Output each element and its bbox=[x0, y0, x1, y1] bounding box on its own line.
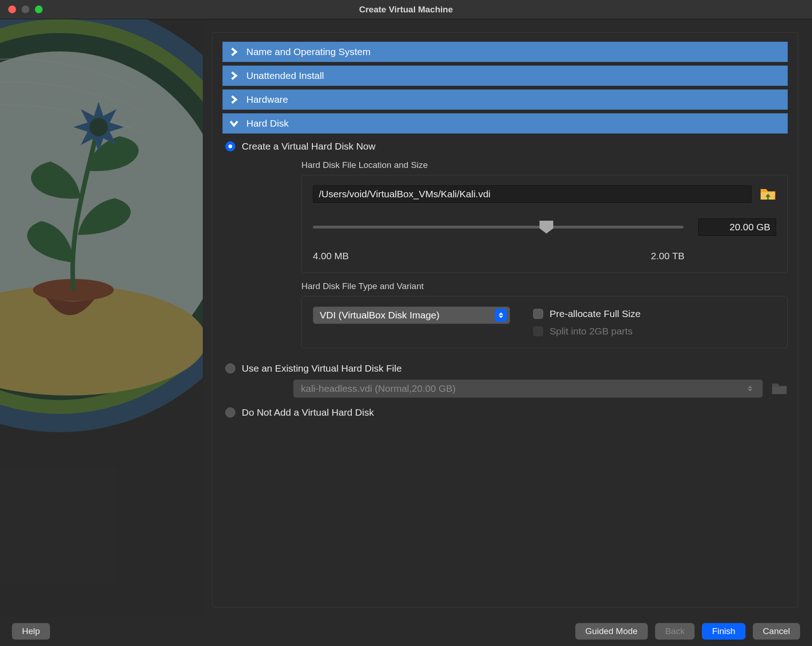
section-label: Hard Disk bbox=[246, 118, 289, 129]
window-title: Create Virtual Machine bbox=[0, 5, 812, 15]
checkbox-split-label: Split into 2GB parts bbox=[550, 326, 633, 337]
section-name-os[interactable]: Name and Operating System bbox=[222, 42, 788, 62]
section-label: Name and Operating System bbox=[246, 46, 371, 57]
group-type-variant: VDI (VirtualBox Disk Image) Pre-allocate… bbox=[301, 296, 788, 348]
slider-min-label: 4.00 MB bbox=[313, 251, 349, 262]
updown-icon bbox=[748, 386, 758, 391]
disk-path-input[interactable] bbox=[313, 185, 751, 203]
cancel-button[interactable]: Cancel bbox=[753, 623, 800, 640]
section-hard-disk[interactable]: Hard Disk bbox=[222, 113, 788, 134]
radio-no-disk[interactable] bbox=[225, 407, 235, 418]
section-label: Hardware bbox=[246, 94, 288, 105]
chevron-right-icon bbox=[230, 72, 238, 80]
window-controls bbox=[0, 6, 43, 13]
guided-mode-button[interactable]: Guided Mode bbox=[575, 623, 648, 640]
radio-no-disk-label: Do Not Add a Virtual Hard Disk bbox=[242, 407, 374, 418]
close-window-button[interactable] bbox=[8, 6, 16, 13]
disk-size-slider[interactable] bbox=[313, 226, 684, 228]
zoom-window-button[interactable] bbox=[35, 6, 43, 13]
wizard-illustration bbox=[0, 19, 203, 617]
radio-create-now[interactable] bbox=[225, 141, 235, 151]
existing-disk-select: kali-headless.vdi (Normal,20.00 GB) bbox=[293, 379, 763, 398]
chevron-right-icon bbox=[230, 95, 238, 104]
browse-existing-button bbox=[771, 381, 788, 396]
group-title-type-variant: Hard Disk File Type and Variant bbox=[301, 281, 788, 291]
slider-thumb[interactable] bbox=[539, 221, 553, 234]
titlebar: Create Virtual Machine bbox=[0, 0, 812, 19]
existing-disk-value: kali-headless.vdi (Normal,20.00 GB) bbox=[301, 383, 456, 394]
disk-type-value: VDI (VirtualBox Disk Image) bbox=[320, 310, 439, 321]
updown-icon bbox=[495, 309, 507, 322]
section-unattended[interactable]: Unattended Install bbox=[222, 66, 788, 86]
radio-use-existing[interactable] bbox=[225, 363, 235, 373]
section-hardware[interactable]: Hardware bbox=[222, 89, 788, 110]
chevron-right-icon bbox=[230, 48, 238, 56]
disk-size-field[interactable] bbox=[698, 218, 776, 236]
finish-button[interactable]: Finish bbox=[702, 623, 745, 640]
slider-max-label: 2.00 TB bbox=[651, 251, 684, 262]
radio-use-existing-label: Use an Existing Virtual Hard Disk File bbox=[242, 363, 402, 374]
browse-folder-button[interactable] bbox=[760, 187, 776, 201]
checkbox-split bbox=[533, 326, 543, 336]
minimize-window-button[interactable] bbox=[22, 6, 29, 13]
chevron-down-icon bbox=[230, 119, 238, 128]
back-button: Back bbox=[655, 623, 695, 640]
help-button[interactable]: Help bbox=[12, 623, 50, 640]
group-location-size: 4.00 MB 2.00 TB bbox=[301, 175, 788, 273]
group-title-location-size: Hard Disk File Location and Size bbox=[301, 160, 788, 170]
section-label: Unattended Install bbox=[246, 70, 324, 81]
checkbox-preallocate[interactable] bbox=[533, 309, 543, 319]
svg-point-15 bbox=[89, 118, 108, 136]
disk-type-select[interactable]: VDI (VirtualBox Disk Image) bbox=[313, 306, 510, 324]
button-bar: Help Guided Mode Back Finish Cancel bbox=[0, 617, 812, 646]
radio-create-now-label: Create a Virtual Hard Disk Now bbox=[242, 141, 375, 152]
checkbox-preallocate-label: Pre-allocate Full Size bbox=[550, 308, 640, 319]
